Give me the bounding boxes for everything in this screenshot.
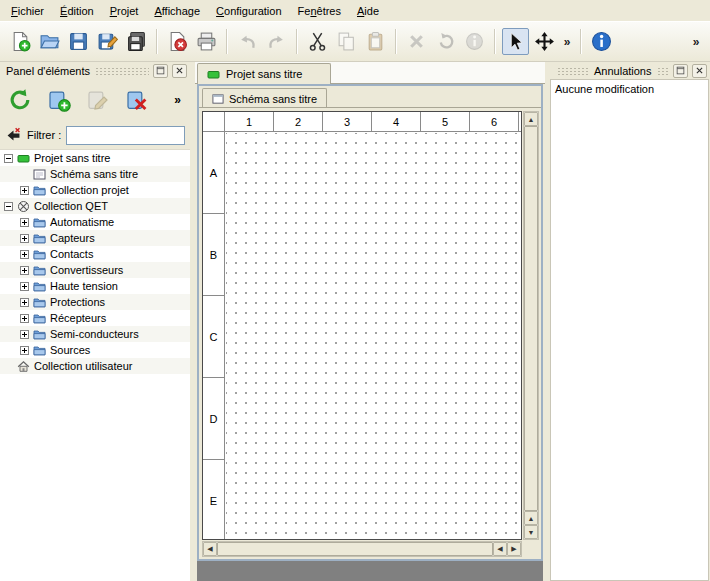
- tree-item[interactable]: Schéma sans titre: [0, 166, 190, 182]
- scroll-down-button[interactable]: ▼: [524, 525, 538, 539]
- close-undo-button[interactable]: [692, 64, 707, 78]
- save-as-button[interactable]: [94, 28, 121, 55]
- tree-item[interactable]: Convertisseurs: [0, 262, 190, 278]
- menu-edition[interactable]: Édition: [52, 0, 102, 21]
- schema-canvas[interactable]: 123456 ABCDE: [202, 111, 522, 540]
- menu-configuration[interactable]: Configuration: [208, 0, 289, 21]
- pan-mode-button[interactable]: [531, 28, 558, 55]
- tree-item-label: Contacts: [50, 248, 93, 260]
- dock-grip[interactable]: [656, 66, 670, 75]
- delete-element-button[interactable]: [122, 85, 152, 115]
- menu-fichier[interactable]: Fichier: [3, 0, 52, 21]
- ruler-columns: 123456: [225, 112, 521, 132]
- horizontal-scroll-track[interactable]: [217, 542, 493, 556]
- scroll-up-button-2[interactable]: ▲: [524, 511, 538, 525]
- menu-affichage[interactable]: Affichage: [146, 0, 208, 21]
- tab-schema[interactable]: Schéma sans titre: [202, 88, 327, 108]
- main-toolbar-overflow[interactable]: »: [689, 28, 703, 55]
- schema-grid[interactable]: [226, 133, 521, 539]
- tree-item[interactable]: Collection projet: [0, 182, 190, 198]
- undo-button: [234, 28, 261, 55]
- float-panel-button[interactable]: [153, 64, 168, 78]
- ruler-row-label: C: [203, 296, 224, 378]
- view-toolbar-overflow[interactable]: »: [560, 28, 574, 55]
- rotate-button: [432, 28, 459, 55]
- folder-icon: [33, 232, 46, 245]
- element-info-button: [461, 28, 488, 55]
- collapse-icon[interactable]: [4, 154, 13, 163]
- menu-fenetres[interactable]: Fenêtres: [290, 0, 349, 21]
- tree-item[interactable]: Protections: [0, 294, 190, 310]
- tree-item-label: Collection utilisateur: [34, 360, 132, 372]
- about-button[interactable]: [588, 28, 615, 55]
- scroll-up-button[interactable]: ▲: [524, 112, 538, 126]
- tree-item[interactable]: Collection QET: [0, 198, 190, 214]
- reload-collections-button[interactable]: [5, 85, 35, 115]
- tree-item[interactable]: Contacts: [0, 246, 190, 262]
- elements-panel-toolbar: »: [0, 79, 190, 121]
- expand-icon[interactable]: [20, 186, 29, 195]
- select-mode-button[interactable]: [502, 28, 529, 55]
- vertical-scroll-track[interactable]: [524, 126, 538, 511]
- collapse-icon[interactable]: [4, 202, 13, 211]
- expand-icon[interactable]: [20, 266, 29, 275]
- filter-row: Filtrer :: [0, 121, 190, 149]
- horizontal-scrollbar[interactable]: ◀ ◀ ▶: [202, 541, 522, 557]
- close-icon: [695, 66, 704, 75]
- paste-icon: [365, 31, 386, 52]
- tree-item[interactable]: Récepteurs: [0, 310, 190, 326]
- close-panel-button[interactable]: [172, 64, 187, 78]
- tree-item[interactable]: Collection utilisateur: [0, 358, 190, 374]
- scroll-left-button-2[interactable]: ◀: [493, 542, 507, 556]
- new-element-button[interactable]: [44, 85, 74, 115]
- redo-button: [263, 28, 290, 55]
- expand-icon[interactable]: [20, 346, 29, 355]
- vertical-scrollbar[interactable]: ▲ ▲ ▼: [523, 111, 539, 540]
- cut-button[interactable]: [304, 28, 331, 55]
- close-file-button[interactable]: [164, 28, 191, 55]
- new-project-button[interactable]: [7, 28, 34, 55]
- float-undo-button[interactable]: [673, 64, 688, 78]
- tree-item[interactable]: Capteurs: [0, 230, 190, 246]
- expand-icon[interactable]: [20, 330, 29, 339]
- ruler-column-label: 6: [470, 112, 519, 131]
- new-document-icon: [10, 31, 31, 52]
- menu-aide[interactable]: Aide: [349, 0, 387, 21]
- mdi-area: Projet sans titre Schéma sans titre 1234…: [195, 62, 545, 581]
- tree-item[interactable]: Sources: [0, 342, 190, 358]
- tree-item[interactable]: Automatisme: [0, 214, 190, 230]
- toolbar-separator: [156, 29, 158, 54]
- expand-icon[interactable]: [20, 218, 29, 227]
- expand-icon[interactable]: [20, 298, 29, 307]
- vertical-scroll-thumb[interactable]: [524, 126, 538, 511]
- dock-grip[interactable]: [94, 66, 149, 75]
- horizontal-scroll-thumb[interactable]: [217, 542, 493, 556]
- dock-grip[interactable]: [556, 66, 590, 75]
- ruler-column-label: 4: [372, 112, 421, 131]
- expand-icon[interactable]: [20, 234, 29, 243]
- print-button[interactable]: [193, 28, 220, 55]
- expand-icon[interactable]: [20, 314, 29, 323]
- menu-bar: FichierÉditionProjetAffichageConfigurati…: [0, 0, 710, 21]
- scroll-left-button[interactable]: ◀: [203, 542, 217, 556]
- menu-projet[interactable]: Projet: [102, 0, 147, 21]
- tree-item-label: Protections: [50, 296, 105, 308]
- tab-project[interactable]: Projet sans titre: [197, 63, 331, 84]
- expand-icon[interactable]: [20, 250, 29, 259]
- undo-history-list[interactable]: Aucune modification: [550, 79, 709, 581]
- undo-empty-text: Aucune modification: [555, 83, 654, 95]
- expand-icon[interactable]: [20, 282, 29, 291]
- tree-item[interactable]: Haute tension: [0, 278, 190, 294]
- scroll-right-button[interactable]: ▶: [507, 542, 521, 556]
- save-button[interactable]: [65, 28, 92, 55]
- folder-icon: [33, 344, 46, 357]
- tree-item[interactable]: Semi-conducteurs: [0, 326, 190, 342]
- save-all-button[interactable]: [123, 28, 150, 55]
- tree-item[interactable]: Projet sans titre: [0, 150, 190, 166]
- folder-icon: [33, 312, 46, 325]
- move-arrows-icon: [534, 31, 555, 52]
- elements-toolbar-overflow[interactable]: »: [174, 93, 185, 107]
- clear-filter-icon[interactable]: [5, 127, 22, 144]
- open-button[interactable]: [36, 28, 63, 55]
- filter-input[interactable]: [66, 126, 185, 145]
